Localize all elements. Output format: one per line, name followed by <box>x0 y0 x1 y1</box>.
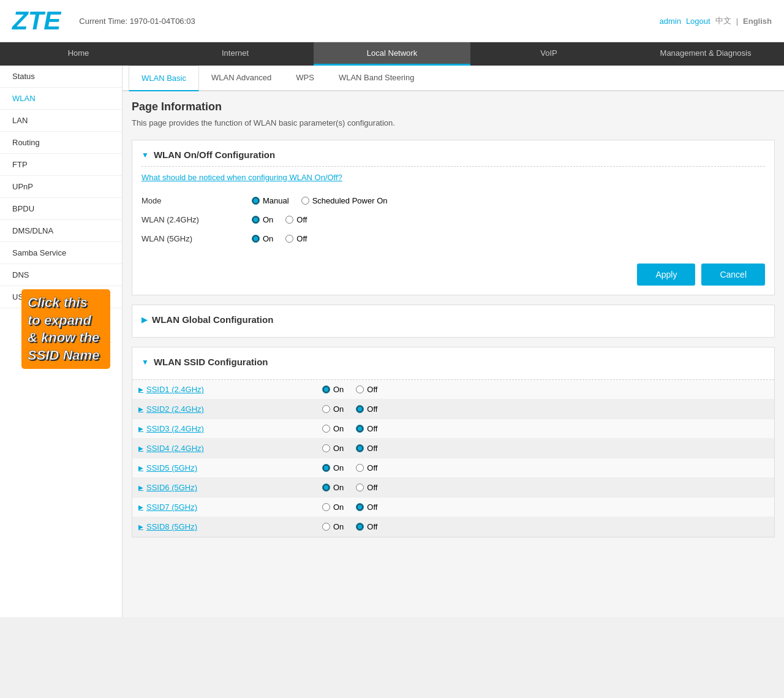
ssid4-off-label: Off <box>367 444 377 453</box>
ssid4-off-radio[interactable] <box>356 444 364 452</box>
tab-wlan-advanced[interactable]: WLAN Advanced <box>199 66 284 91</box>
ssid8-expand-icon[interactable]: ▶ <box>138 523 143 530</box>
ssid3-link[interactable]: ▶ SSID3 (2.4GHz) <box>138 424 322 433</box>
wlan-5-options: On Off <box>252 234 307 243</box>
nav-management[interactable]: Management & Diagnosis <box>627 42 784 66</box>
ssid8-link[interactable]: ▶ SSID8 (5GHz) <box>138 522 322 531</box>
ssid5-link[interactable]: ▶ SSID5 (5GHz) <box>138 463 322 472</box>
ssid3-on-option[interactable]: On <box>322 424 344 433</box>
nav-internet[interactable]: Internet <box>157 42 314 66</box>
annotation-line3: & know the <box>28 330 99 345</box>
ssid2-on-radio[interactable] <box>322 405 330 413</box>
ssid6-link[interactable]: ▶ SSID6 (5GHz) <box>138 483 322 492</box>
cancel-button[interactable]: Cancel <box>701 264 765 286</box>
ssid7-on-radio[interactable] <box>322 503 330 511</box>
sidebar-item-lan[interactable]: LAN <box>0 110 122 132</box>
wlan-5-on-option[interactable]: On <box>252 234 273 243</box>
wlan-5-label: WLAN (5GHz) <box>141 234 252 243</box>
sidebar-item-upnp[interactable]: UPnP <box>0 176 122 198</box>
ssid1-off-option[interactable]: Off <box>356 385 377 394</box>
ssid5-off-radio[interactable] <box>356 464 364 472</box>
nav-home[interactable]: Home <box>0 42 157 66</box>
ssid2-expand-icon[interactable]: ▶ <box>138 406 143 412</box>
wlan-ssid-collapse-icon[interactable]: ▼ <box>141 358 149 366</box>
tab-wlan-basic[interactable]: WLAN Basic <box>129 66 199 91</box>
ssid7-label: SSID7 (5GHz) <box>146 503 197 512</box>
wlan-5-off-radio[interactable] <box>285 235 293 243</box>
tab-wps[interactable]: WPS <box>284 66 326 91</box>
nav-voip[interactable]: VoIP <box>470 42 627 66</box>
ssid1-expand-icon[interactable]: ▶ <box>138 386 143 393</box>
ssid4-on-option[interactable]: On <box>322 444 344 453</box>
apply-button[interactable]: Apply <box>637 264 695 286</box>
ssid8-on-option[interactable]: On <box>322 522 344 531</box>
ssid2-link[interactable]: ▶ SSID2 (2.4GHz) <box>138 404 322 414</box>
lang-en[interactable]: English <box>743 17 772 26</box>
ssid5-expand-icon[interactable]: ▶ <box>138 465 143 471</box>
ssid5-on-label: On <box>333 463 344 472</box>
ssid5-off-option[interactable]: Off <box>356 463 377 472</box>
sidebar-item-routing[interactable]: Routing <box>0 132 122 154</box>
ssid1-on-option[interactable]: On <box>322 385 344 394</box>
ssid2-off-radio[interactable] <box>356 405 364 413</box>
ssid4-on-radio[interactable] <box>322 444 330 452</box>
ssid4-expand-icon[interactable]: ▶ <box>138 445 143 452</box>
ssid5-on-option[interactable]: On <box>322 463 344 472</box>
ssid1-off-radio[interactable] <box>356 385 364 393</box>
mode-scheduled-option[interactable]: Scheduled Power On <box>301 196 388 205</box>
wlan-5-off-option[interactable]: Off <box>285 234 307 243</box>
wlan-24-off-radio[interactable] <box>285 216 293 224</box>
mode-manual-radio[interactable] <box>252 197 260 205</box>
ssid6-on-radio[interactable] <box>322 484 330 491</box>
wlan-notice-link[interactable]: What should be noticed when configuring … <box>141 173 765 182</box>
wlan-onoff-collapse-icon[interactable]: ▼ <box>141 151 149 159</box>
ssid6-off-radio[interactable] <box>356 484 364 491</box>
mode-manual-option[interactable]: Manual <box>252 196 289 205</box>
sidebar-item-ftp[interactable]: FTP <box>0 154 122 176</box>
ssid3-on-radio[interactable] <box>322 425 330 433</box>
wlan-24-on-label: On <box>263 215 273 224</box>
sidebar-item-wlan[interactable]: WLAN <box>0 88 122 110</box>
ssid6-options: On Off <box>322 483 377 492</box>
ssid1-link[interactable]: ▶ SSID1 (2.4GHz) <box>138 385 322 394</box>
ssid7-off-radio[interactable] <box>356 503 364 511</box>
wlan-24-off-option[interactable]: Off <box>285 215 307 224</box>
ssid7-expand-icon[interactable]: ▶ <box>138 504 143 510</box>
ssid4-options: On Off <box>322 444 377 453</box>
ssid8-on-radio[interactable] <box>322 523 330 531</box>
lang-zh[interactable]: 中文 <box>715 15 731 26</box>
mode-scheduled-radio[interactable] <box>301 197 309 205</box>
wlan-5-on-radio[interactable] <box>252 235 260 243</box>
sidebar-item-dms-dlna[interactable]: DMS/DLNA <box>0 220 122 242</box>
ssid8-off-radio[interactable] <box>356 523 364 531</box>
sidebar-item-status[interactable]: Status <box>0 66 122 88</box>
ssid5-on-radio[interactable] <box>322 464 330 472</box>
tab-wlan-band-steering[interactable]: WLAN Band Steering <box>326 66 427 91</box>
ssid4-link[interactable]: ▶ SSID4 (2.4GHz) <box>138 444 322 453</box>
ssid6-on-option[interactable]: On <box>322 483 344 492</box>
sidebar-item-bpdu[interactable]: BPDU <box>0 198 122 220</box>
ssid2-off-option[interactable]: Off <box>356 404 377 414</box>
ssid8-off-option[interactable]: Off <box>356 522 377 531</box>
admin-link[interactable]: admin <box>659 17 680 26</box>
ssid2-on-option[interactable]: On <box>322 404 344 414</box>
mode-manual-label: Manual <box>263 196 289 205</box>
ssid7-off-option[interactable]: Off <box>356 503 377 512</box>
sidebar-item-dns[interactable]: DNS <box>0 264 122 286</box>
ssid3-off-option[interactable]: Off <box>356 424 377 433</box>
sidebar-item-samba[interactable]: Samba Service <box>0 242 122 264</box>
wlan-global-expand-icon[interactable]: ▶ <box>141 316 147 324</box>
ssid4-row: ▶ SSID4 (2.4GHz) On Off <box>132 439 774 458</box>
ssid6-expand-icon[interactable]: ▶ <box>138 484 143 491</box>
ssid7-link[interactable]: ▶ SSID7 (5GHz) <box>138 503 322 512</box>
logout-link[interactable]: Logout <box>686 17 710 26</box>
wlan-24-on-radio[interactable] <box>252 216 260 224</box>
ssid3-off-radio[interactable] <box>356 425 364 433</box>
ssid3-expand-icon[interactable]: ▶ <box>138 425 143 432</box>
ssid1-on-radio[interactable] <box>322 385 330 393</box>
ssid7-on-option[interactable]: On <box>322 503 344 512</box>
ssid6-off-option[interactable]: Off <box>356 483 377 492</box>
nav-local-network[interactable]: Local Network <box>314 42 470 66</box>
wlan-24-on-option[interactable]: On <box>252 215 273 224</box>
ssid4-off-option[interactable]: Off <box>356 444 377 453</box>
